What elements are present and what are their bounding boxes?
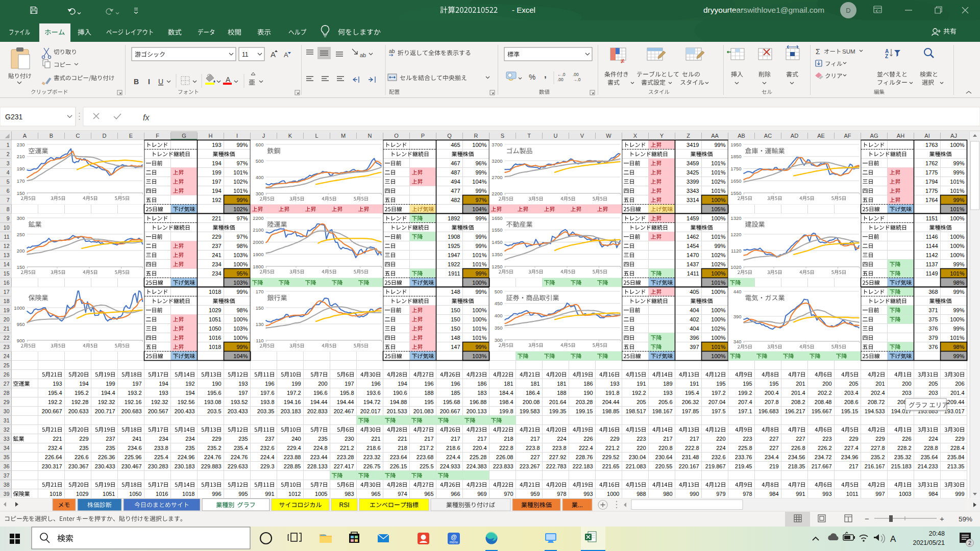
svg-text:231.48: 231.48	[682, 454, 699, 460]
svg-text:203.35: 203.35	[257, 408, 275, 414]
svg-text:1320: 1320	[730, 215, 741, 221]
svg-text:201: 201	[796, 381, 805, 387]
svg-text:150: 150	[451, 307, 460, 313]
svg-text:223: 223	[822, 436, 831, 442]
svg-text:229: 229	[212, 436, 221, 442]
svg-text:200.08: 200.08	[523, 399, 540, 405]
svg-text:402: 402	[690, 316, 699, 322]
svg-text:99%: 99%	[236, 142, 248, 148]
svg-text:376: 376	[928, 325, 938, 332]
svg-text:185: 185	[451, 390, 460, 396]
svg-text:195.4: 195.4	[685, 390, 699, 396]
svg-text:3314: 3314	[687, 197, 699, 203]
svg-text:201.4: 201.4	[791, 390, 805, 396]
svg-text:234: 234	[159, 436, 168, 442]
svg-text:150: 150	[17, 190, 25, 196]
svg-text:205: 205	[849, 381, 858, 387]
svg-text:188: 188	[424, 390, 433, 396]
svg-text:235: 235	[238, 436, 248, 442]
svg-text:1220: 1220	[730, 232, 741, 237]
svg-text:28: 28	[4, 390, 10, 396]
svg-text:193.08: 193.08	[204, 399, 222, 405]
svg-text:100%: 100%	[472, 142, 486, 148]
svg-text:100%: 100%	[711, 215, 725, 221]
svg-text:1750: 1750	[730, 166, 741, 171]
svg-text:220: 220	[716, 436, 725, 442]
svg-text:25: 25	[4, 362, 10, 368]
svg-text:1050: 1050	[129, 491, 141, 497]
svg-text:G231: G231	[5, 113, 22, 121]
svg-text:217: 217	[530, 436, 540, 442]
svg-text:219.45: 219.45	[735, 463, 752, 469]
svg-text:110: 110	[256, 338, 263, 343]
svg-text:197: 197	[212, 179, 221, 185]
svg-text:202.467: 202.467	[334, 408, 354, 414]
svg-text:194: 194	[398, 381, 407, 387]
svg-text:1908: 1908	[448, 234, 460, 240]
svg-text:465: 465	[451, 142, 460, 148]
svg-text:979: 979	[716, 491, 725, 497]
svg-text:230: 230	[345, 436, 354, 442]
svg-text:229.3: 229.3	[260, 463, 275, 469]
svg-text:234: 234	[212, 261, 221, 267]
svg-text:368: 368	[928, 289, 938, 295]
svg-text:229.52: 229.52	[602, 454, 620, 460]
svg-text:201.64: 201.64	[549, 399, 567, 405]
svg-text:11: 11	[4, 234, 10, 240]
svg-text:221: 221	[398, 436, 407, 442]
svg-text:100%: 100%	[711, 335, 725, 341]
svg-text:237: 237	[212, 243, 221, 249]
svg-text:205: 205	[636, 399, 646, 405]
svg-text:230.467: 230.467	[121, 463, 142, 469]
svg-text:%: %	[529, 72, 535, 81]
svg-text:197.2: 197.2	[712, 390, 726, 396]
svg-text:Q: Q	[447, 133, 452, 139]
svg-text:217.2: 217.2	[420, 445, 434, 451]
svg-text:209.44: 209.44	[947, 399, 965, 405]
svg-text:201.083: 201.083	[413, 408, 434, 414]
svg-text:AD: AD	[791, 133, 798, 139]
svg-text:A: A	[284, 51, 288, 59]
svg-text:100%: 100%	[711, 307, 725, 313]
svg-text:21: 21	[4, 325, 10, 332]
svg-text:227: 227	[530, 454, 540, 460]
svg-text:1005: 1005	[315, 491, 327, 497]
svg-text:218.35: 218.35	[788, 463, 805, 469]
svg-text:371: 371	[928, 307, 938, 313]
svg-text:1462: 1462	[687, 234, 699, 240]
svg-text:100%: 100%	[950, 252, 964, 258]
svg-text:197.6: 197.6	[260, 390, 275, 396]
svg-text:39: 39	[4, 491, 10, 497]
svg-text:224.4: 224.4	[260, 454, 275, 460]
svg-text:101%: 101%	[472, 325, 486, 332]
svg-text:105%: 105%	[711, 206, 725, 212]
svg-text:1454: 1454	[687, 243, 699, 249]
svg-text:1137: 1137	[926, 261, 938, 267]
svg-text:AJ: AJ	[950, 133, 957, 139]
svg-text:Σ: Σ	[816, 47, 820, 56]
svg-text:A: A	[226, 76, 231, 84]
svg-text:194: 194	[212, 188, 221, 194]
svg-text:232.6: 232.6	[712, 454, 726, 460]
svg-text:477: 477	[451, 188, 460, 194]
svg-text:194.72: 194.72	[363, 399, 381, 405]
svg-text:194: 194	[212, 160, 221, 166]
svg-text:993: 993	[583, 491, 593, 497]
svg-text:208.72: 208.72	[868, 399, 885, 405]
svg-text:194.44: 194.44	[337, 399, 354, 405]
svg-text:190.6: 190.6	[393, 390, 407, 396]
svg-text:M: M	[341, 133, 346, 139]
svg-text:200: 200	[822, 381, 831, 387]
svg-text:1018: 1018	[209, 289, 221, 295]
svg-text:213.35: 213.35	[947, 463, 965, 469]
svg-text:978: 978	[743, 491, 752, 497]
svg-text:226.6: 226.6	[75, 454, 89, 460]
svg-text:196: 196	[424, 381, 433, 387]
svg-text:200.4: 200.4	[765, 390, 779, 396]
svg-text:A: A	[271, 50, 276, 59]
svg-text:201.4: 201.4	[950, 390, 965, 396]
svg-text:101%: 101%	[950, 270, 964, 277]
svg-text:1762: 1762	[925, 160, 938, 166]
svg-text:400: 400	[495, 313, 503, 318]
svg-text:101%: 101%	[472, 252, 486, 258]
